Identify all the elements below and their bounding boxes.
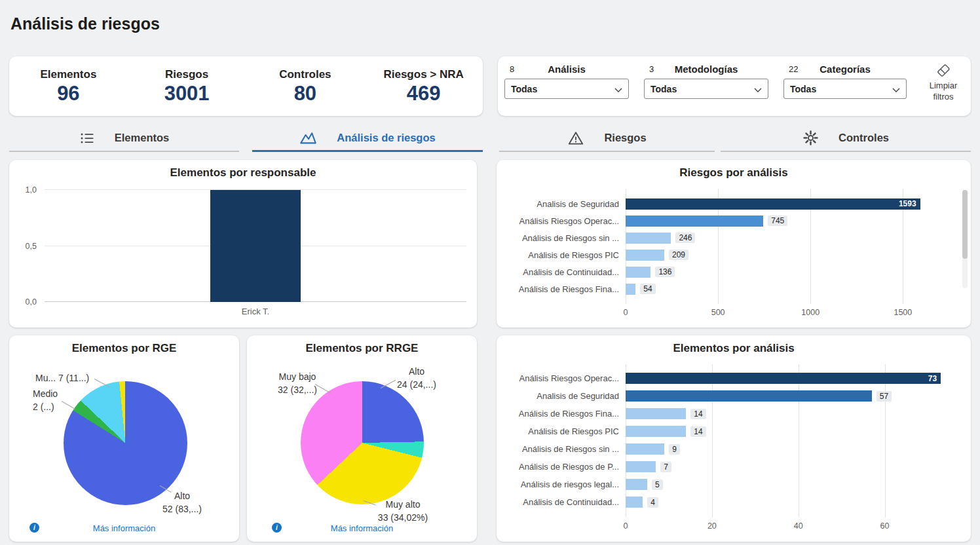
tab-analisis-de-riesgos[interactable]: Análisis de riesgos bbox=[252, 125, 483, 152]
tab-elementos[interactable]: Elementos bbox=[9, 125, 239, 152]
clear-filters-label: Limpiar filtros bbox=[930, 81, 958, 102]
bar[interactable] bbox=[626, 284, 635, 295]
x-tick-label: 40 bbox=[794, 521, 803, 531]
more-info-link[interactable]: Más información bbox=[247, 523, 477, 533]
chevron-down-icon bbox=[614, 83, 622, 95]
bar[interactable] bbox=[626, 250, 664, 261]
kpi-label: Elementos bbox=[9, 68, 128, 81]
y-tick-label: 0,0 bbox=[26, 297, 37, 307]
filter-metodologias: 3 Metodologías Todas bbox=[644, 61, 768, 99]
chart-card-elementos-por-rrge: Elementos por RRGE Muy bajo 32 (32,...) … bbox=[247, 335, 477, 542]
pie-chart[interactable] bbox=[301, 381, 424, 504]
bar-row[interactable]: Análisis de riesgos legal...5 bbox=[506, 476, 954, 493]
callout-text: Medio bbox=[33, 388, 58, 401]
metodologias-dropdown[interactable]: Todas bbox=[644, 79, 768, 99]
bar-row[interactable]: Análisis de Riesgos Fina...14 bbox=[506, 405, 954, 423]
callout-line bbox=[62, 401, 75, 409]
value-label: 209 bbox=[669, 250, 688, 260]
bar-row[interactable]: Análisis de Riesgos sin ...9 bbox=[506, 440, 954, 458]
kpi-value: 3001 bbox=[128, 83, 246, 105]
tab-controles[interactable]: Controles bbox=[721, 125, 971, 152]
bar-chart: Analisis de Seguridad1593Análisis Riesgo… bbox=[497, 160, 971, 328]
bar-track: 7 bbox=[626, 461, 954, 472]
bar-row[interactable]: Análisis de Riesgos de P...7 bbox=[506, 458, 954, 476]
value-label: 1593 bbox=[899, 199, 916, 208]
vertical-scrollbar[interactable] bbox=[962, 190, 968, 288]
categorias-dropdown[interactable]: Todas bbox=[783, 79, 907, 99]
pie-chart[interactable] bbox=[64, 381, 187, 505]
bar[interactable] bbox=[626, 497, 643, 508]
bar-row[interactable]: Análisis de Riesgos PIC14 bbox=[506, 423, 954, 440]
bar[interactable]: 1593 bbox=[626, 198, 920, 210]
callout-text: Muy bajo bbox=[272, 371, 323, 384]
category-label: Análisis de Riesgos Fina... bbox=[506, 409, 626, 419]
value-label: 14 bbox=[690, 426, 706, 437]
dropdown-value: Todas bbox=[511, 84, 537, 94]
clear-filters-button[interactable]: Limpiar filtros bbox=[920, 62, 967, 103]
filter-label: Categorías bbox=[783, 61, 907, 75]
bar[interactable] bbox=[210, 190, 301, 302]
bar-row[interactable]: Análisis de Riesgos sin ...246 bbox=[506, 229, 954, 246]
x-tick-label: 60 bbox=[880, 521, 890, 531]
bar[interactable] bbox=[626, 216, 763, 227]
warning-icon bbox=[567, 130, 584, 147]
bar[interactable] bbox=[626, 408, 686, 419]
bar-track: 14 bbox=[626, 426, 954, 437]
bar-track: 14 bbox=[626, 408, 954, 419]
chart-card-elementos-por-analisis: Elementos por análisis Análisis Riesgos … bbox=[497, 335, 971, 542]
bar-row[interactable]: Análisis de Riesgos Fina...54 bbox=[506, 280, 954, 297]
pie-callout: Muy alto 33 (34,02%) bbox=[373, 498, 433, 525]
category-label: Analisis de Seguridad bbox=[506, 391, 626, 401]
category-label: Análisis de Riesgos PIC bbox=[506, 250, 626, 260]
bar[interactable] bbox=[626, 426, 686, 437]
bar-track: 5 bbox=[626, 479, 954, 490]
bar-row[interactable]: Analisis de Seguridad57 bbox=[506, 387, 954, 405]
bar-track: 9 bbox=[626, 443, 954, 455]
x-tick-label: 1000 bbox=[801, 308, 820, 317]
callout-text: Mu... 7 (11...) bbox=[35, 372, 89, 385]
list-icon bbox=[79, 130, 95, 146]
category-label: Análisis Riesgos Operac... bbox=[506, 216, 626, 226]
bar[interactable] bbox=[626, 233, 671, 244]
tab-riesgos[interactable]: Riesgos bbox=[499, 125, 715, 152]
analisis-dropdown[interactable]: Todas bbox=[504, 79, 629, 99]
chart-title: Elementos por RGE bbox=[9, 342, 239, 355]
category-label: Análisis de Continuidad... bbox=[506, 267, 626, 277]
x-tick-label: 20 bbox=[707, 521, 717, 531]
bar-row[interactable]: Análisis de Continuidad...4 bbox=[506, 493, 954, 511]
tab-label: Riesgos bbox=[604, 132, 646, 144]
kpi-value: 96 bbox=[9, 83, 128, 105]
bar[interactable] bbox=[626, 461, 656, 472]
bar-row[interactable]: Análisis Riesgos Operac...745 bbox=[506, 212, 954, 229]
tab-label: Análisis de riesgos bbox=[337, 132, 435, 144]
risk-analysis-icon bbox=[299, 129, 317, 147]
value-label: 73 bbox=[928, 374, 937, 383]
bar-row[interactable]: Análisis de Continuidad...136 bbox=[506, 263, 954, 280]
risk-analysis-dashboard: Análisis de riesgos Elementos 96 Riesgos… bbox=[0, 0, 980, 545]
callout-text: Alto bbox=[391, 366, 442, 379]
scrollbar-thumb[interactable] bbox=[962, 190, 968, 259]
bar[interactable] bbox=[626, 267, 650, 278]
filter-count: 22 bbox=[789, 64, 798, 74]
bar[interactable]: 73 bbox=[626, 373, 941, 384]
bar[interactable] bbox=[626, 479, 647, 490]
category-label: Análisis Riesgos Operac... bbox=[506, 373, 626, 383]
category-label: Erick T. bbox=[45, 307, 466, 316]
category-label: Análisis de Continuidad... bbox=[506, 497, 626, 507]
bar-row[interactable]: Análisis de Riesgos PIC209 bbox=[506, 246, 954, 263]
value-label: 57 bbox=[876, 391, 892, 402]
bar[interactable] bbox=[626, 443, 664, 455]
bar-rows: Análisis Riesgos Operac...73Analisis de … bbox=[506, 369, 954, 511]
bar-row[interactable]: Analisis de Seguridad1593 bbox=[506, 195, 954, 212]
bar-track: 1593 bbox=[626, 198, 954, 210]
value-label: 9 bbox=[669, 444, 680, 455]
eraser-icon bbox=[920, 62, 967, 79]
more-info-link[interactable]: Más información bbox=[9, 523, 239, 533]
bar[interactable] bbox=[626, 390, 872, 402]
chart-card-elementos-por-rge: Elementos por RGE Mu... 7 (11...) Medio … bbox=[9, 335, 239, 542]
bar-row[interactable]: Análisis Riesgos Operac...73 bbox=[506, 369, 954, 387]
bar-track: 4 bbox=[626, 497, 954, 508]
filter-analisis: 8 Análisis Todas bbox=[504, 61, 629, 99]
bar-track: 209 bbox=[626, 250, 954, 261]
pie-callout: Alto 24 (24,...) bbox=[391, 366, 442, 392]
